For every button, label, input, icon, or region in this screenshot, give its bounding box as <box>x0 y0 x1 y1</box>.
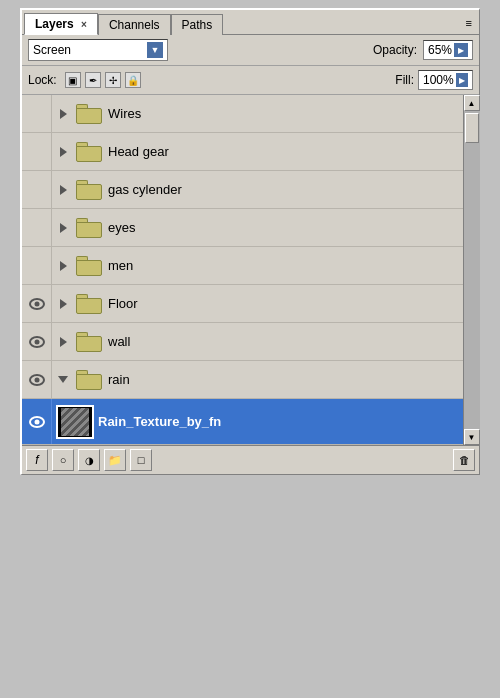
eye-cell[interactable] <box>22 133 52 170</box>
layer-name: Floor <box>108 296 138 311</box>
opacity-value: 65% <box>428 43 452 57</box>
layer-name: gas cylender <box>108 182 182 197</box>
layer-name: men <box>108 258 133 273</box>
layer-item[interactable]: gas cylender <box>22 171 463 209</box>
folder-icon <box>76 104 102 124</box>
lock-transparency-icon[interactable]: ▣ <box>65 72 81 88</box>
layer-name: rain <box>108 372 130 387</box>
lock-all-icon[interactable]: 🔒 <box>125 72 141 88</box>
folder-icon <box>76 370 102 390</box>
layer-item[interactable]: Head gear <box>22 133 463 171</box>
eye-cell[interactable] <box>22 285 52 322</box>
expand-cell[interactable] <box>52 376 74 383</box>
eye-cell[interactable] <box>22 247 52 284</box>
lock-move-icon[interactable]: ✢ <box>105 72 121 88</box>
new-adjustment-button[interactable]: ◑ <box>78 449 100 471</box>
expand-arrow-icon <box>60 109 67 119</box>
folder-icon <box>76 332 102 352</box>
visibility-icon <box>29 416 45 428</box>
layer-item[interactable]: Wires <box>22 95 463 133</box>
layer-name: Wires <box>108 106 141 121</box>
fill-value: 100% <box>423 73 454 87</box>
layer-item-selected[interactable]: Rain_Texture_by_fn <box>22 399 463 445</box>
opacity-field[interactable]: 65% ▶ <box>423 40 473 60</box>
tab-close-icon[interactable]: × <box>81 19 87 30</box>
folder-icon <box>76 294 102 314</box>
fill-label: Fill: <box>395 73 414 87</box>
visibility-icon <box>29 336 45 348</box>
layers-scroll-area: Wires Head gear <box>22 95 479 445</box>
expand-arrow-icon <box>60 185 67 195</box>
tab-paths[interactable]: Paths <box>171 14 224 35</box>
opacity-label: Opacity: <box>373 43 417 57</box>
expand-cell[interactable] <box>52 147 74 157</box>
bottom-toolbar: f ○ ◑ 📁 □ 🗑 <box>22 445 479 474</box>
eye-cell[interactable] <box>22 209 52 246</box>
layer-name: Rain_Texture_by_fn <box>98 414 221 429</box>
blend-mode-select[interactable]: Screen ▼ <box>28 39 168 61</box>
tab-layers-label: Layers <box>35 17 74 31</box>
layers-list: Wires Head gear <box>22 95 463 445</box>
folder-icon <box>76 256 102 276</box>
layer-item[interactable]: Floor <box>22 285 463 323</box>
expand-arrow-icon <box>60 261 67 271</box>
blend-mode-value: Screen <box>33 43 71 57</box>
layer-styles-button[interactable]: f <box>26 449 48 471</box>
expand-arrow-icon <box>60 223 67 233</box>
scroll-thumb[interactable] <box>465 113 479 143</box>
scroll-up-button[interactable]: ▲ <box>464 95 480 111</box>
visibility-icon <box>29 298 45 310</box>
eye-cell[interactable] <box>22 323 52 360</box>
expand-cell[interactable] <box>52 299 74 309</box>
tab-paths-label: Paths <box>182 18 213 32</box>
opacity-arrow[interactable]: ▶ <box>454 43 468 57</box>
blend-mode-row: Screen ▼ Opacity: 65% ▶ <box>22 35 479 66</box>
expand-arrow-icon <box>58 376 68 383</box>
expand-cell[interactable] <box>52 223 74 233</box>
folder-icon <box>76 180 102 200</box>
lock-row: Lock: ▣ ✒ ✢ 🔒 Fill: 100% ▶ <box>22 66 479 95</box>
expand-arrow-icon <box>60 147 67 157</box>
fill-field[interactable]: 100% ▶ <box>418 70 473 90</box>
expand-cell[interactable] <box>52 261 74 271</box>
new-group-button[interactable]: 📁 <box>104 449 126 471</box>
new-layer-button[interactable]: □ <box>130 449 152 471</box>
fill-arrow[interactable]: ▶ <box>456 73 468 87</box>
lock-label: Lock: <box>28 73 57 87</box>
layer-item[interactable]: wall <box>22 323 463 361</box>
blend-mode-arrow[interactable]: ▼ <box>147 42 163 58</box>
add-mask-button[interactable]: ○ <box>52 449 74 471</box>
folder-icon <box>76 218 102 238</box>
layer-item[interactable]: rain <box>22 361 463 399</box>
layer-name: Head gear <box>108 144 169 159</box>
scroll-down-button[interactable]: ▼ <box>464 429 480 445</box>
layer-item[interactable]: eyes <box>22 209 463 247</box>
layers-panel: Layers × Channels Paths ≡ Screen ▼ Opaci… <box>20 8 480 475</box>
layer-thumbnail <box>56 405 94 439</box>
expand-cell[interactable] <box>52 109 74 119</box>
eye-cell[interactable] <box>22 399 52 444</box>
eye-cell[interactable] <box>22 361 52 398</box>
expand-arrow-icon <box>60 337 67 347</box>
scroll-track[interactable] <box>464 111 480 429</box>
panel-menu-button[interactable]: ≡ <box>461 15 477 31</box>
tab-bar: Layers × Channels Paths ≡ <box>22 10 479 35</box>
layer-name: wall <box>108 334 130 349</box>
folder-icon <box>76 142 102 162</box>
delete-layer-button[interactable]: 🗑 <box>453 449 475 471</box>
eye-cell[interactable] <box>22 95 52 132</box>
lock-paint-icon[interactable]: ✒ <box>85 72 101 88</box>
tab-layers[interactable]: Layers × <box>24 13 98 35</box>
expand-arrow-icon <box>60 299 67 309</box>
expand-cell[interactable] <box>52 337 74 347</box>
layer-name: eyes <box>108 220 135 235</box>
scrollbar: ▲ ▼ <box>463 95 479 445</box>
tab-channels[interactable]: Channels <box>98 14 171 35</box>
visibility-icon <box>29 374 45 386</box>
eye-cell[interactable] <box>22 171 52 208</box>
expand-cell[interactable] <box>52 185 74 195</box>
tab-channels-label: Channels <box>109 18 160 32</box>
layer-item[interactable]: men <box>22 247 463 285</box>
